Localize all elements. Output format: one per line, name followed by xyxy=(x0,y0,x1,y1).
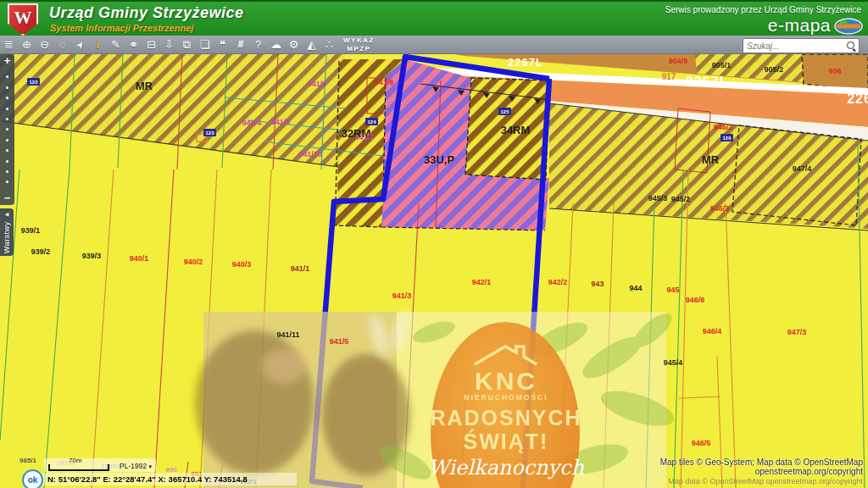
svg-text:946/5: 946/5 xyxy=(692,439,711,447)
crs-selector[interactable]: PL-1992 ▾ xyxy=(120,462,152,471)
gmina-crest-logo: W xyxy=(8,3,38,36)
measure-lines-icon[interactable]: /// xyxy=(231,36,249,53)
link-icon[interactable]: ⚭ xyxy=(125,36,142,53)
points-icon[interactable]: ∴ xyxy=(320,36,338,53)
svg-text:2267L: 2267L xyxy=(686,75,728,89)
svg-text:125: 125 xyxy=(500,109,509,114)
watermark-logo-sub: NIERUCHOMOŚCI xyxy=(464,392,548,402)
service-note: Serwis prowadzony przez Urząd Gminy Strz… xyxy=(665,5,861,14)
svg-text:944: 944 xyxy=(629,284,642,292)
svg-text:34RM: 34RM xyxy=(501,124,531,136)
scale-widget: 70m PL-1992 ▾ xyxy=(44,458,156,472)
svg-text:33U,P: 33U,P xyxy=(424,153,454,166)
svg-text:941/3: 941/3 xyxy=(392,291,412,300)
pyramid-icon[interactable]: ◭ xyxy=(303,36,320,53)
svg-text:905/1: 905/1 xyxy=(712,61,732,69)
map-canvas[interactable]: 2267L KNC xyxy=(0,0,868,488)
zoom-slider[interactable] xyxy=(6,68,8,191)
svg-text:941/7: 941/7 xyxy=(355,133,375,141)
svg-text:947/3: 947/3 xyxy=(787,328,807,336)
watermark-line1: RADOSNYCH xyxy=(430,406,581,430)
zoom-in-button[interactable]: + xyxy=(4,54,11,68)
zone-32rm-notch xyxy=(332,202,383,227)
svg-text:985/1: 985/1 xyxy=(19,457,37,464)
page-title: Urząd Gminy Strzyżewice xyxy=(49,4,244,22)
draw-measure-icon[interactable]: ✎ xyxy=(107,36,125,53)
zoom-in-icon[interactable]: ⊕ xyxy=(18,36,36,53)
coordinates-bar: N: 51°06'22.8" E: 22°28'47.4" X: 365710.… xyxy=(42,473,297,485)
svg-text:MR: MR xyxy=(136,80,153,92)
svg-text:MR: MR xyxy=(702,153,720,166)
copy-view-icon[interactable]: ⧉ xyxy=(178,36,196,53)
svg-text:906: 906 xyxy=(828,67,841,75)
scale-bar: 70m xyxy=(48,464,109,471)
page-subtitle: System Informacji Przestrzennej xyxy=(50,23,193,33)
wykaz-mpzp-button[interactable]: WYKAZ MPZP xyxy=(343,36,375,53)
app-header: W Urząd Gminy Strzyżewice System Informa… xyxy=(0,0,868,36)
map-attribution: Map tiles © Geo-System; Map data © OpenS… xyxy=(660,458,863,485)
svg-text:945: 945 xyxy=(666,286,679,294)
scale-label: 70m xyxy=(69,457,82,464)
search-icon[interactable] xyxy=(845,40,857,52)
chevron-down-icon: ▾ xyxy=(149,463,153,469)
info-icon[interactable]: i xyxy=(89,36,107,53)
svg-text:904/9: 904/9 xyxy=(669,57,688,65)
svg-text:123: 123 xyxy=(205,130,214,136)
svg-text:941/11: 941/11 xyxy=(276,330,299,339)
svg-text:946/6: 946/6 xyxy=(686,296,705,304)
search-box[interactable] xyxy=(743,38,860,53)
map-toolbar: ≣ ⊕ ⊖ ◌ ➤ i ✎ ⚭ ⊟ ⇩ ⧉ ❏ ❝ /// ? ☁ ⚙ ◭ ∴ … xyxy=(0,36,868,54)
attribution-link[interactable]: openstreetmap.org/copyright xyxy=(660,467,863,477)
svg-text:947/4: 947/4 xyxy=(793,164,812,173)
settings-gear-icon[interactable]: ⚙ xyxy=(285,36,303,53)
svg-text:940/3: 940/3 xyxy=(232,260,252,269)
svg-text:941/8: 941/8 xyxy=(271,118,291,126)
select-area-icon[interactable]: ◌ xyxy=(53,36,71,53)
svg-text:940/1: 940/1 xyxy=(130,254,149,263)
layers-panel-tab[interactable]: Warstwy ▸ xyxy=(0,208,14,256)
svg-text:941/6: 941/6 xyxy=(375,78,394,86)
svg-text:945/2: 945/2 xyxy=(671,195,691,203)
zoom-control: + − xyxy=(0,54,14,205)
svg-text:941/9: 941/9 xyxy=(308,80,327,88)
svg-text:945/4: 945/4 xyxy=(664,358,683,367)
svg-text:126: 126 xyxy=(722,136,732,141)
svg-text:942/2: 942/2 xyxy=(548,278,568,286)
search-input[interactable] xyxy=(743,42,845,51)
svg-text:226: 226 xyxy=(847,92,868,106)
emapa-app: 2267L KNC xyxy=(0,0,868,488)
svg-text:905/2: 905/2 xyxy=(765,65,784,74)
ok-button[interactable]: ok xyxy=(22,469,43,488)
svg-text:940/4: 940/4 xyxy=(242,119,262,127)
panels-icon[interactable]: ❏ xyxy=(196,36,214,53)
cloud-upload-icon[interactable]: ☁ xyxy=(267,36,285,53)
svg-text:917: 917 xyxy=(662,72,676,81)
svg-text:946/4: 946/4 xyxy=(703,327,722,336)
emapa-brand[interactable]: e-mapa xyxy=(768,15,831,36)
svg-text:940/2: 940/2 xyxy=(184,258,203,266)
svg-text:941/5: 941/5 xyxy=(330,337,349,346)
watermark-line3: Wielkanocnych xyxy=(428,456,584,480)
watermark-line2: ŚWIĄT! xyxy=(464,429,549,453)
svg-text:939/3: 939/3 xyxy=(82,252,102,260)
comment-icon[interactable]: ❝ xyxy=(214,36,231,53)
zoom-out-button[interactable]: − xyxy=(4,191,11,205)
svg-text:946/2: 946/2 xyxy=(714,123,733,131)
layers-icon[interactable]: ≣ xyxy=(0,36,18,53)
svg-text:124: 124 xyxy=(367,119,376,125)
watermark-ad: KNC NIERUCHOMOŚCI RADOSNYCH ŚWIĄT! Wielk… xyxy=(195,308,678,488)
svg-text:941/1: 941/1 xyxy=(291,264,310,273)
svg-text:945/3: 945/3 xyxy=(648,194,668,202)
svg-text:939/2: 939/2 xyxy=(31,247,51,256)
attribution-faint: Map data © OpenStreetMap openstreetmap.o… xyxy=(660,477,863,485)
attribution-line1: Map tiles © Geo-System; Map data © OpenS… xyxy=(660,458,863,468)
coordinates-text: N: 51°06'22.8" E: 22°28'47.4" X: 365710.… xyxy=(42,474,248,484)
watermark-logo: KNC xyxy=(475,367,537,395)
svg-text:939/1: 939/1 xyxy=(21,226,41,235)
svg-text:943: 943 xyxy=(591,280,604,288)
svg-text:946/3: 946/3 xyxy=(710,204,730,213)
print-icon[interactable]: ⊟ xyxy=(142,36,160,53)
zoom-out-icon[interactable]: ⊖ xyxy=(36,36,53,53)
help-icon[interactable]: ? xyxy=(249,36,267,53)
download-icon[interactable]: ⇩ xyxy=(160,36,178,53)
